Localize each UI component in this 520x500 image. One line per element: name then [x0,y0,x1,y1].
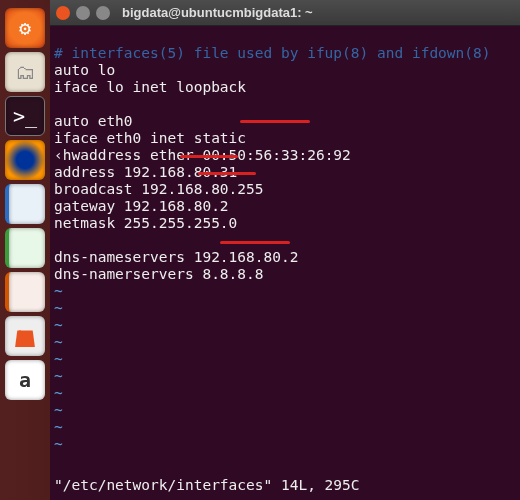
vim-tilde: ~ [54,436,63,452]
ubuntu-dash-icon[interactable]: ⚙ [5,8,45,48]
config-line: iface eth0 inet static [54,130,246,146]
writer-icon[interactable] [5,184,45,224]
annotation-underline [180,155,238,158]
vim-status-line: "/etc/network/interfaces" 14L, 295C [54,477,360,494]
annotation-underline [220,241,290,244]
unity-launcher: ⚙ 🗂 >_ a [0,0,50,500]
vim-tilde: ~ [54,300,63,316]
window-title: bigdata@ubuntucmbigdata1: ~ [122,5,313,20]
software-center-icon[interactable] [5,316,45,356]
impress-icon[interactable] [5,272,45,312]
cursor-glyph: ‹ [54,147,63,163]
amazon-icon[interactable]: a [5,360,45,400]
config-line: netmask 255.255.255.0 [54,215,237,231]
config-line: auto eth0 [54,113,133,129]
vim-tilde: ~ [54,351,63,367]
vim-tilde: ~ [54,317,63,333]
config-line: dns-namerservers 8.8.8.8 [54,266,264,282]
terminal-window: bigdata@ubuntucmbigdata1: ~ # interfaces… [50,0,520,500]
calc-icon[interactable] [5,228,45,268]
vim-tilde: ~ [54,283,63,299]
vim-tilde: ~ [54,385,63,401]
title-bar: bigdata@ubuntucmbigdata1: ~ [50,0,520,26]
comment-line: # interfaces(5) file used by ifup(8) and… [54,45,491,61]
vim-tilde: ~ [54,402,63,418]
vim-tilde: ~ [54,419,63,435]
config-line: dns-nameservers 192.168.80.2 [54,249,298,265]
minimize-icon[interactable] [76,6,90,20]
firefox-icon[interactable] [5,140,45,180]
vim-tilde: ~ [54,368,63,384]
config-line: auto lo [54,62,115,78]
vim-tilde: ~ [54,334,63,350]
terminal-body[interactable]: # interfaces(5) file used by ifup(8) and… [50,26,520,500]
config-line: iface lo inet loopback [54,79,246,95]
annotation-underline [198,172,256,175]
config-line: gateway 192.168.80.2 [54,198,229,214]
maximize-icon[interactable] [96,6,110,20]
close-icon[interactable] [56,6,70,20]
terminal-icon[interactable]: >_ [5,96,45,136]
files-icon[interactable]: 🗂 [5,52,45,92]
config-line: broadcast 192.168.80.255 [54,181,264,197]
annotation-underline [240,120,310,123]
